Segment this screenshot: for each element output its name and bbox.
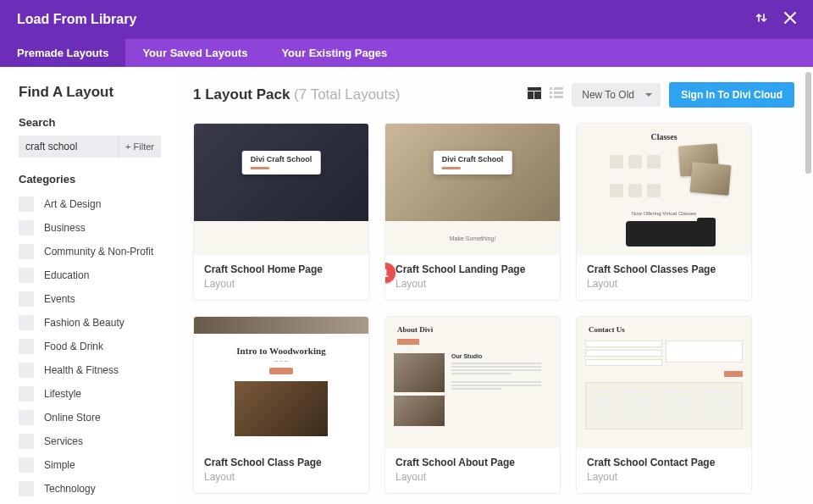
category-item[interactable]: Lifestyle [19,382,161,406]
thumb-logo: Divi Craft School [434,151,512,174]
layout-thumbnail: Divi Craft School [194,124,368,255]
checkbox-icon[interactable] [19,386,34,402]
scrollbar-thumb[interactable] [805,72,811,174]
layout-card[interactable]: About Divi Our Studio Craft [384,316,561,494]
thumb-logo: Divi Craft School [242,151,321,174]
tab-existing-pages[interactable]: Your Existing Pages [264,39,404,67]
sidebar: Find A Layout Search + Filter Categories… [0,67,178,504]
categories-label: Categories [19,173,161,186]
list-view-icon[interactable] [550,87,563,102]
layout-thumbnail: Intro to Woodworking — — — [194,317,368,448]
svg-rect-8 [554,96,563,98]
layout-thumbnail: Divi Craft School Make Something! [385,124,560,255]
checkbox-icon[interactable] [19,434,34,449]
main-header: 1 Layout Pack (7 Total Layouts) New To O… [193,82,794,108]
results-title: 1 Layout Pack (7 Total Layouts) [193,86,400,103]
layout-card[interactable]: Classes Now Offering Virtual Classes Cra… [576,123,752,301]
tab-saved-layouts[interactable]: Your Saved Layouts [125,39,264,67]
main-controls: New To Old Sign In To Divi Cloud [528,82,794,108]
svg-rect-4 [554,87,563,90]
layout-card[interactable]: Contact Us Craft School Contact Page Lay… [576,316,752,494]
checkbox-icon[interactable] [19,220,34,235]
category-item[interactable]: Education [19,263,161,287]
checkbox-icon[interactable] [19,197,34,212]
layout-title: Craft School About Page [395,457,550,468]
layout-thumbnail: Classes Now Offering Virtual Classes [577,124,751,255]
layout-subtitle: Layout [395,471,550,483]
category-item[interactable]: Art & Design [19,192,161,216]
checkbox-icon[interactable] [19,315,34,330]
category-item[interactable]: Health & Fitness [19,358,161,382]
main-panel: 1 Layout Pack (7 Total Layouts) New To O… [178,67,813,504]
close-icon[interactable] [784,12,796,27]
category-list: Art & Design Business Community & Non-Pr… [19,192,161,501]
search-row: + Filter [19,136,161,158]
sidebar-heading: Find A Layout [19,84,161,101]
layout-grid: Divi Craft School Craft School Home Page… [193,123,794,494]
search-input[interactable] [19,136,118,158]
checkbox-icon[interactable] [19,457,34,473]
layout-title: Craft School Landing Page [395,263,550,275]
checkbox-icon[interactable] [19,339,34,354]
checkbox-icon[interactable] [19,410,34,425]
checkbox-icon[interactable] [19,268,34,283]
svg-rect-1 [528,91,534,99]
signin-button[interactable]: Sign In To Divi Cloud [669,82,794,108]
layout-thumbnail: About Divi Our Studio [385,317,560,448]
category-item[interactable]: Online Store [19,406,161,429]
category-item[interactable]: Technology [19,477,161,501]
header-controls [755,11,796,28]
tab-bar: Premade Layouts Your Saved Layouts Your … [0,39,813,67]
category-item[interactable]: Simple [19,453,161,477]
svg-rect-5 [550,91,552,94]
category-item[interactable]: Events [19,287,161,311]
svg-rect-7 [550,96,552,98]
checkbox-icon[interactable] [19,363,34,378]
layout-subtitle: Layout [587,278,741,290]
category-item[interactable]: Business [19,216,161,240]
svg-rect-2 [534,91,541,99]
layout-subtitle: Layout [204,471,358,483]
layout-title: Craft School Contact Page [587,457,741,468]
layout-subtitle: Layout [587,471,741,483]
svg-rect-6 [554,91,563,94]
layout-card[interactable]: Divi Craft School Craft School Home Page… [193,123,369,301]
layout-subtitle: Layout [204,278,358,290]
grid-view-icon[interactable] [528,87,541,102]
svg-rect-0 [528,87,541,91]
category-item[interactable]: Services [19,429,161,453]
sort-select[interactable]: New To Old [572,83,661,107]
svg-rect-3 [550,87,552,90]
tab-premade-layouts[interactable]: Premade Layouts [0,39,125,67]
category-item[interactable]: Fashion & Beauty [19,311,161,335]
modal-title: Load From Library [17,12,136,27]
portability-icon[interactable] [755,11,767,28]
layout-subtitle: Layout [395,278,550,290]
checkbox-icon[interactable] [19,481,34,496]
category-item[interactable]: Food & Drink [19,335,161,358]
layout-title: Craft School Classes Page [587,263,741,275]
category-item[interactable]: Community & Non-Profit [19,240,161,263]
layout-title: Craft School Class Page [204,457,358,468]
checkbox-icon[interactable] [19,291,34,307]
layout-card[interactable]: 1 Divi Craft School Make Something! Craf… [384,123,561,301]
layout-card[interactable]: Intro to Woodworking — — — Craft School … [193,316,369,494]
modal-header: Load From Library [0,0,813,39]
scrollbar[interactable] [805,72,811,499]
checkbox-icon[interactable] [19,244,34,259]
layout-title: Craft School Home Page [204,263,358,275]
filter-button[interactable]: + Filter [118,136,161,158]
layout-thumbnail: Contact Us [577,317,751,448]
search-label: Search [19,116,161,129]
